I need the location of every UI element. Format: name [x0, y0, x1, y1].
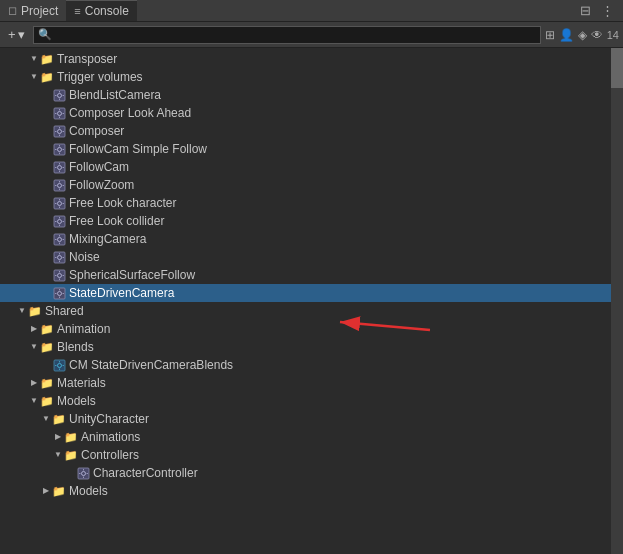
tree-arrow[interactable] — [40, 125, 52, 137]
tree-arrow[interactable] — [28, 341, 40, 353]
script-icon — [52, 232, 66, 246]
tree-item-label: Controllers — [81, 446, 139, 464]
tree-arrow[interactable] — [40, 143, 52, 155]
tree-arrow[interactable] — [40, 269, 52, 281]
star-icon[interactable]: ◈ — [578, 28, 587, 42]
tree-arrow[interactable] — [40, 215, 52, 227]
tree-item[interactable]: 📁Blends — [0, 338, 611, 356]
scrollbar[interactable] — [611, 48, 623, 554]
tree-item[interactable]: 📁Controllers — [0, 446, 611, 464]
tree-item[interactable]: 📁Transposer — [0, 50, 611, 68]
tree-arrow[interactable] — [28, 377, 40, 389]
tab-console[interactable]: ≡ Console — [66, 0, 136, 21]
tree-item-label: Free Look collider — [69, 212, 164, 230]
tree-item[interactable]: StateDrivenCamera — [0, 284, 611, 302]
tree-item[interactable]: Noise — [0, 248, 611, 266]
tree-arrow[interactable] — [28, 323, 40, 335]
tree-arrow[interactable] — [40, 359, 52, 371]
tree-item-label: Noise — [69, 248, 100, 266]
tree-item[interactable]: CharacterController — [0, 464, 611, 482]
tree-item-label: Transposer — [57, 50, 117, 68]
grid-icon[interactable]: ⊞ — [545, 28, 555, 42]
tree-arrow[interactable] — [52, 449, 64, 461]
script-icon — [76, 466, 90, 480]
tree-arrow[interactable] — [40, 107, 52, 119]
script-icon — [52, 160, 66, 174]
tree-item[interactable]: Composer Look Ahead — [0, 104, 611, 122]
tree-item[interactable]: 📁Trigger volumes — [0, 68, 611, 86]
tree-item[interactable]: FollowCam Simple Follow — [0, 140, 611, 158]
tree-arrow[interactable] — [40, 197, 52, 209]
eye-icon[interactable]: 👁 — [591, 28, 603, 42]
toolbar: + ▾ 🔍 ⊞ 👤 ◈ 👁 14 — [0, 22, 623, 48]
tree-arrow[interactable] — [16, 305, 28, 317]
tree-arrow[interactable] — [40, 485, 52, 497]
tree-item-label: FollowZoom — [69, 176, 134, 194]
tree-item[interactable]: 📁Models — [0, 392, 611, 410]
tree-item[interactable]: SphericalSurfaceFollow — [0, 266, 611, 284]
folder-icon: 📁 — [52, 485, 66, 498]
console-tab-label: Console — [85, 4, 129, 18]
add-button[interactable]: + ▾ — [4, 25, 29, 44]
script-icon — [52, 142, 66, 156]
tab-project[interactable]: ◻ Project — [0, 0, 66, 21]
search-input[interactable] — [55, 28, 536, 42]
tree-item[interactable]: 📁Shared — [0, 302, 611, 320]
tree-arrow[interactable] — [28, 53, 40, 65]
tree-item[interactable]: MixingCamera — [0, 230, 611, 248]
tree-arrow[interactable] — [64, 467, 76, 479]
tree-item[interactable]: 📁Materials — [0, 374, 611, 392]
tree-item[interactable]: FollowZoom — [0, 176, 611, 194]
tree-arrow[interactable] — [28, 395, 40, 407]
tree-item[interactable]: Composer — [0, 122, 611, 140]
tree-item[interactable]: 📁Animation — [0, 320, 611, 338]
tree-item-label: CharacterController — [93, 464, 198, 482]
tree-item[interactable]: BlendListCamera — [0, 86, 611, 104]
tree-arrow[interactable] — [40, 179, 52, 191]
tree-arrow[interactable] — [40, 161, 52, 173]
script-icon — [52, 124, 66, 138]
tree-arrow[interactable] — [40, 89, 52, 101]
tree-arrow[interactable] — [40, 413, 52, 425]
tree-arrow[interactable] — [40, 233, 52, 245]
special-script-icon — [52, 358, 66, 372]
lock-button[interactable]: ⊟ — [577, 1, 594, 20]
tree-item[interactable]: CM StateDrivenCameraBlends — [0, 356, 611, 374]
tree-panel[interactable]: 📁Transposer📁Trigger volumesBlendListCame… — [0, 48, 611, 554]
tree-item-label: BlendListCamera — [69, 86, 161, 104]
tree-item-label: SphericalSurfaceFollow — [69, 266, 195, 284]
tree-item-label: Models — [57, 392, 96, 410]
tree-item[interactable]: FollowCam — [0, 158, 611, 176]
folder-icon: 📁 — [40, 323, 54, 336]
project-tab-label: Project — [21, 4, 58, 18]
tree-item-label: CM StateDrivenCameraBlends — [69, 356, 233, 374]
tree-item[interactable]: 📁UnityCharacter — [0, 410, 611, 428]
script-icon — [52, 196, 66, 210]
tree-item-label: Models — [69, 482, 108, 500]
script-icon — [52, 268, 66, 282]
search-bar[interactable]: 🔍 — [33, 26, 541, 44]
menu-button[interactable]: ⋮ — [598, 1, 617, 20]
script-icon — [52, 178, 66, 192]
tree-arrow[interactable] — [28, 71, 40, 83]
search-icon: 🔍 — [38, 28, 52, 41]
tree-arrow[interactable] — [52, 431, 64, 443]
tree-item[interactable]: Free Look collider — [0, 212, 611, 230]
tree-item[interactable]: 📁Models — [0, 482, 611, 500]
tree-arrow[interactable] — [40, 251, 52, 263]
title-bar-right: ⊟ ⋮ — [577, 1, 623, 20]
tree-item[interactable]: 📁Animations — [0, 428, 611, 446]
script-icon — [52, 214, 66, 228]
tree-item[interactable]: Free Look character — [0, 194, 611, 212]
tree-item-label: UnityCharacter — [69, 410, 149, 428]
tree-item-label: Composer Look Ahead — [69, 104, 191, 122]
folder-icon: 📁 — [52, 413, 66, 426]
user-icon[interactable]: 👤 — [559, 28, 574, 42]
tree-item-label: Blends — [57, 338, 94, 356]
folder-icon: 📁 — [40, 341, 54, 354]
tree-item-label: Animation — [57, 320, 110, 338]
tree-arrow[interactable] — [40, 287, 52, 299]
tree-item-label: Composer — [69, 122, 124, 140]
scrollbar-thumb[interactable] — [611, 48, 623, 88]
folder-icon: 📁 — [40, 53, 54, 66]
